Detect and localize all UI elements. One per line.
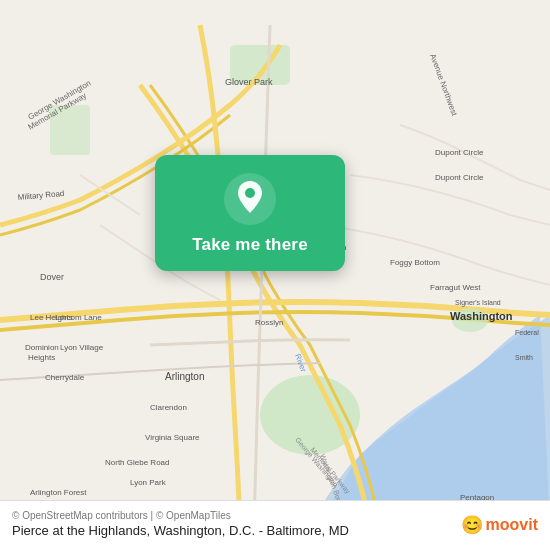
- svg-text:Farragut West: Farragut West: [430, 283, 481, 292]
- svg-text:Lorcom Lane: Lorcom Lane: [55, 313, 102, 322]
- svg-point-38: [245, 188, 255, 198]
- svg-text:Smith: Smith: [515, 354, 533, 361]
- svg-text:Lyon Park: Lyon Park: [130, 478, 167, 487]
- svg-text:Lyon Village: Lyon Village: [60, 343, 104, 352]
- map-container: George Washington Memorial Parkway Milit…: [0, 0, 550, 550]
- cta-label: Take me there: [192, 235, 308, 255]
- svg-text:Signer's Island: Signer's Island: [455, 299, 501, 307]
- moovit-emoji: 😊: [461, 514, 483, 536]
- svg-text:Avenue Northwest: Avenue Northwest: [428, 53, 459, 118]
- svg-text:Foggy Bottom: Foggy Bottom: [390, 258, 440, 267]
- svg-text:Dupont Circle: Dupont Circle: [435, 148, 484, 157]
- svg-text:Federal: Federal: [515, 329, 539, 336]
- cta-card[interactable]: Take me there: [155, 155, 345, 271]
- map-background: George Washington Memorial Parkway Milit…: [0, 0, 550, 550]
- svg-text:Dupont Circle: Dupont Circle: [435, 173, 484, 182]
- svg-text:Washington: Washington: [450, 310, 513, 322]
- svg-text:Dominion: Dominion: [25, 343, 59, 352]
- location-pin-icon: [224, 173, 276, 225]
- moovit-brand-text: moovit: [486, 516, 538, 534]
- bottom-bar: © OpenStreetMap contributors | © OpenMap…: [0, 500, 550, 550]
- svg-text:North Glebe Road: North Glebe Road: [105, 458, 169, 467]
- map-attribution: © OpenStreetMap contributors | © OpenMap…: [12, 509, 453, 523]
- svg-text:Clarendon: Clarendon: [150, 403, 187, 412]
- moovit-logo: 😊 moovit: [461, 514, 538, 536]
- map-svg: George Washington Memorial Parkway Milit…: [0, 0, 550, 550]
- svg-text:Heights: Heights: [28, 353, 55, 362]
- svg-text:Cherrydale: Cherrydale: [45, 373, 85, 382]
- svg-text:Military Road: Military Road: [17, 189, 64, 202]
- svg-text:Virginia Square: Virginia Square: [145, 433, 200, 442]
- location-name: Pierce at the Highlands, Washington, D.C…: [12, 523, 453, 540]
- svg-text:Arlington: Arlington: [165, 371, 204, 382]
- svg-text:Dover: Dover: [40, 272, 64, 282]
- svg-text:Arlington Forest: Arlington Forest: [30, 488, 87, 497]
- svg-text:Rosslyn: Rosslyn: [255, 318, 283, 327]
- svg-text:Glover Park: Glover Park: [225, 77, 273, 87]
